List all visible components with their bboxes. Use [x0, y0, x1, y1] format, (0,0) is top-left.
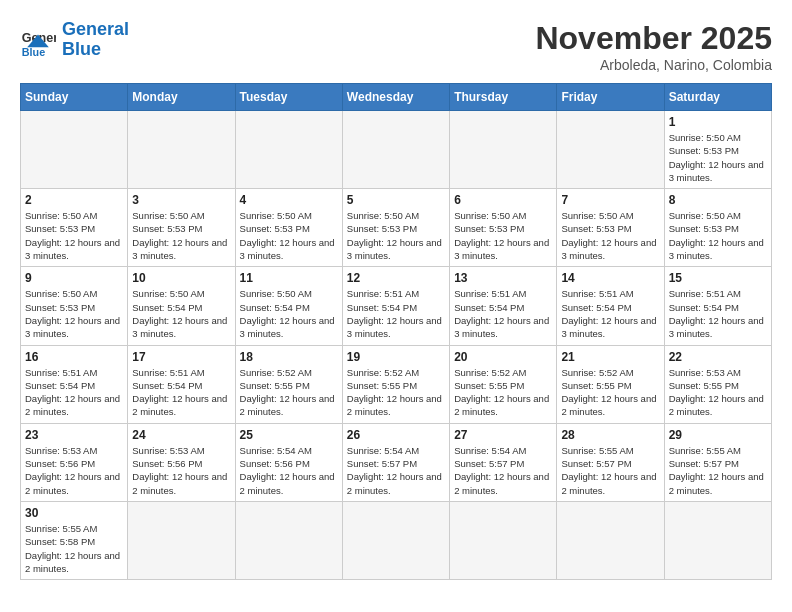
day-cell: 20Sunrise: 5:52 AMSunset: 5:55 PMDayligh… — [450, 345, 557, 423]
day-cell — [342, 111, 449, 189]
day-cell — [450, 501, 557, 579]
day-number: 1 — [669, 115, 767, 129]
day-cell — [557, 501, 664, 579]
day-number: 12 — [347, 271, 445, 285]
day-number: 21 — [561, 350, 659, 364]
day-number: 18 — [240, 350, 338, 364]
day-cell — [450, 111, 557, 189]
day-info: Sunrise: 5:52 AMSunset: 5:55 PMDaylight:… — [347, 366, 445, 419]
logo-icon: General Blue — [20, 22, 56, 58]
day-cell: 2Sunrise: 5:50 AMSunset: 5:53 PMDaylight… — [21, 189, 128, 267]
day-cell: 6Sunrise: 5:50 AMSunset: 5:53 PMDaylight… — [450, 189, 557, 267]
day-cell: 29Sunrise: 5:55 AMSunset: 5:57 PMDayligh… — [664, 423, 771, 501]
day-cell — [342, 501, 449, 579]
weekday-header-row: SundayMondayTuesdayWednesdayThursdayFrid… — [21, 84, 772, 111]
logo: General Blue GeneralBlue — [20, 20, 129, 60]
weekday-header-tuesday: Tuesday — [235, 84, 342, 111]
week-row-6: 30Sunrise: 5:55 AMSunset: 5:58 PMDayligh… — [21, 501, 772, 579]
day-number: 2 — [25, 193, 123, 207]
day-info: Sunrise: 5:50 AMSunset: 5:54 PMDaylight:… — [132, 287, 230, 340]
day-info: Sunrise: 5:54 AMSunset: 5:57 PMDaylight:… — [347, 444, 445, 497]
weekday-header-monday: Monday — [128, 84, 235, 111]
week-row-4: 16Sunrise: 5:51 AMSunset: 5:54 PMDayligh… — [21, 345, 772, 423]
day-number: 20 — [454, 350, 552, 364]
day-number: 7 — [561, 193, 659, 207]
day-number: 30 — [25, 506, 123, 520]
day-number: 29 — [669, 428, 767, 442]
day-info: Sunrise: 5:53 AMSunset: 5:56 PMDaylight:… — [132, 444, 230, 497]
day-cell: 1Sunrise: 5:50 AMSunset: 5:53 PMDaylight… — [664, 111, 771, 189]
title-area: November 2025 Arboleda, Narino, Colombia — [535, 20, 772, 73]
svg-text:Blue: Blue — [22, 46, 45, 58]
day-info: Sunrise: 5:51 AMSunset: 5:54 PMDaylight:… — [454, 287, 552, 340]
day-cell: 11Sunrise: 5:50 AMSunset: 5:54 PMDayligh… — [235, 267, 342, 345]
day-info: Sunrise: 5:50 AMSunset: 5:53 PMDaylight:… — [240, 209, 338, 262]
subtitle: Arboleda, Narino, Colombia — [535, 57, 772, 73]
week-row-3: 9Sunrise: 5:50 AMSunset: 5:53 PMDaylight… — [21, 267, 772, 345]
day-info: Sunrise: 5:50 AMSunset: 5:53 PMDaylight:… — [347, 209, 445, 262]
day-cell — [235, 501, 342, 579]
day-number: 9 — [25, 271, 123, 285]
day-cell: 14Sunrise: 5:51 AMSunset: 5:54 PMDayligh… — [557, 267, 664, 345]
day-cell: 3Sunrise: 5:50 AMSunset: 5:53 PMDaylight… — [128, 189, 235, 267]
day-number: 14 — [561, 271, 659, 285]
day-info: Sunrise: 5:51 AMSunset: 5:54 PMDaylight:… — [25, 366, 123, 419]
day-cell — [664, 501, 771, 579]
day-cell: 5Sunrise: 5:50 AMSunset: 5:53 PMDaylight… — [342, 189, 449, 267]
day-info: Sunrise: 5:52 AMSunset: 5:55 PMDaylight:… — [240, 366, 338, 419]
day-cell: 15Sunrise: 5:51 AMSunset: 5:54 PMDayligh… — [664, 267, 771, 345]
week-row-2: 2Sunrise: 5:50 AMSunset: 5:53 PMDaylight… — [21, 189, 772, 267]
day-cell: 16Sunrise: 5:51 AMSunset: 5:54 PMDayligh… — [21, 345, 128, 423]
day-number: 16 — [25, 350, 123, 364]
day-info: Sunrise: 5:55 AMSunset: 5:57 PMDaylight:… — [561, 444, 659, 497]
day-cell: 25Sunrise: 5:54 AMSunset: 5:56 PMDayligh… — [235, 423, 342, 501]
weekday-header-saturday: Saturday — [664, 84, 771, 111]
day-info: Sunrise: 5:54 AMSunset: 5:57 PMDaylight:… — [454, 444, 552, 497]
day-info: Sunrise: 5:50 AMSunset: 5:53 PMDaylight:… — [25, 287, 123, 340]
day-cell: 8Sunrise: 5:50 AMSunset: 5:53 PMDaylight… — [664, 189, 771, 267]
day-info: Sunrise: 5:50 AMSunset: 5:53 PMDaylight:… — [454, 209, 552, 262]
day-cell: 9Sunrise: 5:50 AMSunset: 5:53 PMDaylight… — [21, 267, 128, 345]
calendar-table: SundayMondayTuesdayWednesdayThursdayFrid… — [20, 83, 772, 580]
day-info: Sunrise: 5:55 AMSunset: 5:58 PMDaylight:… — [25, 522, 123, 575]
day-cell: 23Sunrise: 5:53 AMSunset: 5:56 PMDayligh… — [21, 423, 128, 501]
day-cell — [557, 111, 664, 189]
day-number: 11 — [240, 271, 338, 285]
day-number: 13 — [454, 271, 552, 285]
day-info: Sunrise: 5:50 AMSunset: 5:53 PMDaylight:… — [25, 209, 123, 262]
day-cell: 30Sunrise: 5:55 AMSunset: 5:58 PMDayligh… — [21, 501, 128, 579]
day-cell — [128, 501, 235, 579]
day-number: 28 — [561, 428, 659, 442]
header: General Blue GeneralBlue November 2025 A… — [20, 20, 772, 73]
day-number: 15 — [669, 271, 767, 285]
day-info: Sunrise: 5:55 AMSunset: 5:57 PMDaylight:… — [669, 444, 767, 497]
day-info: Sunrise: 5:51 AMSunset: 5:54 PMDaylight:… — [132, 366, 230, 419]
day-number: 6 — [454, 193, 552, 207]
day-info: Sunrise: 5:52 AMSunset: 5:55 PMDaylight:… — [561, 366, 659, 419]
day-number: 24 — [132, 428, 230, 442]
day-number: 17 — [132, 350, 230, 364]
day-info: Sunrise: 5:50 AMSunset: 5:53 PMDaylight:… — [669, 131, 767, 184]
week-row-5: 23Sunrise: 5:53 AMSunset: 5:56 PMDayligh… — [21, 423, 772, 501]
day-cell: 26Sunrise: 5:54 AMSunset: 5:57 PMDayligh… — [342, 423, 449, 501]
day-number: 4 — [240, 193, 338, 207]
day-cell: 18Sunrise: 5:52 AMSunset: 5:55 PMDayligh… — [235, 345, 342, 423]
week-row-1: 1Sunrise: 5:50 AMSunset: 5:53 PMDaylight… — [21, 111, 772, 189]
weekday-header-sunday: Sunday — [21, 84, 128, 111]
day-info: Sunrise: 5:50 AMSunset: 5:53 PMDaylight:… — [669, 209, 767, 262]
day-number: 8 — [669, 193, 767, 207]
day-info: Sunrise: 5:51 AMSunset: 5:54 PMDaylight:… — [347, 287, 445, 340]
day-info: Sunrise: 5:50 AMSunset: 5:53 PMDaylight:… — [561, 209, 659, 262]
day-number: 23 — [25, 428, 123, 442]
day-number: 19 — [347, 350, 445, 364]
day-cell: 22Sunrise: 5:53 AMSunset: 5:55 PMDayligh… — [664, 345, 771, 423]
day-cell: 28Sunrise: 5:55 AMSunset: 5:57 PMDayligh… — [557, 423, 664, 501]
weekday-header-thursday: Thursday — [450, 84, 557, 111]
day-info: Sunrise: 5:54 AMSunset: 5:56 PMDaylight:… — [240, 444, 338, 497]
day-number: 25 — [240, 428, 338, 442]
day-cell — [235, 111, 342, 189]
day-cell: 24Sunrise: 5:53 AMSunset: 5:56 PMDayligh… — [128, 423, 235, 501]
day-info: Sunrise: 5:50 AMSunset: 5:53 PMDaylight:… — [132, 209, 230, 262]
day-cell: 17Sunrise: 5:51 AMSunset: 5:54 PMDayligh… — [128, 345, 235, 423]
weekday-header-friday: Friday — [557, 84, 664, 111]
